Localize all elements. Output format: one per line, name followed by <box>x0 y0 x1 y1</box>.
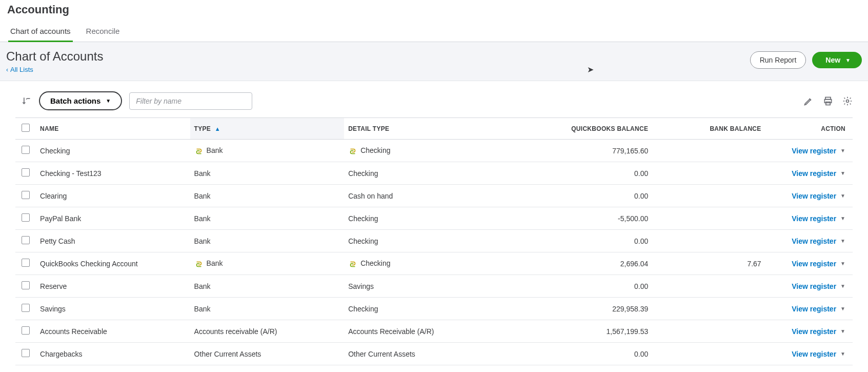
caret-down-icon[interactable]: ▼ <box>840 328 845 334</box>
linked-account-icon <box>194 261 204 268</box>
table-row: ReserveBankSavings0.00View register ▼ <box>15 275 853 298</box>
cell-name: Savings <box>36 298 190 320</box>
cell-bank-balance <box>652 162 765 185</box>
caret-down-icon[interactable]: ▼ <box>840 283 845 289</box>
caret-down-icon[interactable]: ▼ <box>840 238 845 244</box>
row-checkbox[interactable] <box>22 281 30 289</box>
view-register-action[interactable]: View register ▼ <box>792 260 845 268</box>
filter-by-name-input[interactable] <box>129 92 252 110</box>
tabs-bar: Chart of accounts Reconcile <box>0 22 868 42</box>
table-row: Checking - Test123BankChecking0.00View r… <box>15 162 853 185</box>
linked-account-icon <box>194 148 204 155</box>
row-checkbox[interactable] <box>22 146 30 154</box>
back-link-label: All Lists <box>10 66 33 73</box>
back-all-lists-link[interactable]: ‹ All Lists <box>6 66 103 73</box>
linked-account-icon <box>348 261 357 268</box>
row-checkbox[interactable] <box>22 191 30 199</box>
table-toolbar: Batch actions ▼ <box>0 81 868 118</box>
table-row: SavingsBankChecking229,958.39View regist… <box>15 298 853 320</box>
cell-bank-balance <box>652 275 765 298</box>
edit-pencil-icon[interactable] <box>803 96 814 106</box>
cell-type: Bank <box>190 252 345 275</box>
cell-name: QuickBooks Checking Account <box>36 252 190 275</box>
run-report-button[interactable]: Run Report <box>750 51 806 69</box>
table-row: QuickBooks Checking AccountBankChecking2… <box>15 252 853 275</box>
cell-qb-balance: 2,696.04 <box>498 252 653 275</box>
caret-down-icon[interactable]: ▼ <box>840 261 845 266</box>
subheader: Chart of Accounts ‹ All Lists Run Report… <box>0 42 868 81</box>
cell-qb-balance: 0.00 <box>498 185 653 207</box>
batch-actions-label: Batch actions <box>50 96 100 105</box>
table-row: Accounts ReceivableAccounts receivable (… <box>15 320 853 343</box>
cell-detail: Checking <box>344 162 498 185</box>
col-header-type[interactable]: TYPE ▲ <box>190 118 345 140</box>
view-register-action[interactable]: View register ▼ <box>792 350 845 358</box>
print-icon[interactable] <box>823 96 833 106</box>
view-register-action[interactable]: View register ▼ <box>792 169 845 178</box>
cell-bank-balance <box>652 185 765 207</box>
cell-type: Other Current Assets <box>190 343 345 365</box>
batch-actions-button[interactable]: Batch actions ▼ <box>39 91 122 110</box>
cell-type: Bank <box>190 162 345 185</box>
cell-qb-balance: 0.00 <box>498 343 653 365</box>
view-register-action[interactable]: View register ▼ <box>792 305 845 313</box>
col-header-qb-balance[interactable]: QUICKBOOKS BALANCE <box>498 118 653 140</box>
new-button[interactable]: New ▼ <box>812 52 862 68</box>
view-register-action[interactable]: View register ▼ <box>792 237 845 245</box>
caret-down-icon[interactable]: ▼ <box>840 351 845 357</box>
cell-qb-balance: 1,567,199.53 <box>498 320 653 343</box>
cell-type: Bank <box>190 275 345 298</box>
col-header-action: ACTION <box>765 118 853 140</box>
caret-down-icon: ▼ <box>106 98 111 104</box>
cell-detail: Other Current Assets <box>344 343 498 365</box>
caret-down-icon[interactable]: ▼ <box>840 306 845 311</box>
cell-type: Bank <box>190 230 345 252</box>
row-checkbox[interactable] <box>22 259 30 267</box>
cell-name: Checking - Test123 <box>36 162 190 185</box>
caret-down-icon: ▼ <box>845 57 851 63</box>
caret-down-icon[interactable]: ▼ <box>840 148 845 153</box>
subheader-title: Chart of Accounts <box>6 49 103 64</box>
cell-name: Checking <box>36 140 190 162</box>
view-register-action[interactable]: View register ▼ <box>792 192 845 200</box>
col-header-type-label: TYPE <box>194 125 211 132</box>
caret-down-icon[interactable]: ▼ <box>840 193 845 199</box>
cell-type: Bank <box>190 140 345 162</box>
cell-bank-balance <box>652 230 765 252</box>
view-register-action[interactable]: View register ▼ <box>792 147 845 155</box>
cell-name: Petty Cash <box>36 230 190 252</box>
accounts-table: NAME TYPE ▲ DETAIL TYPE QUICKBOOKS BALAN… <box>15 118 853 365</box>
table-row: CheckingBankChecking779,165.60View regis… <box>15 140 853 162</box>
collapse-sort-icon[interactable] <box>21 95 32 107</box>
cell-detail: Checking <box>344 252 498 275</box>
cell-detail: Cash on hand <box>344 185 498 207</box>
col-header-bank-balance[interactable]: BANK BALANCE <box>652 118 765 140</box>
cell-name: Reserve <box>36 275 190 298</box>
view-register-action[interactable]: View register ▼ <box>792 327 845 336</box>
cell-bank-balance <box>652 298 765 320</box>
cell-type: Bank <box>190 298 345 320</box>
page-title: Accounting <box>0 0 868 22</box>
view-register-action[interactable]: View register ▼ <box>792 282 845 290</box>
cell-detail: Checking <box>344 207 498 230</box>
row-checkbox[interactable] <box>22 213 30 222</box>
view-register-action[interactable]: View register ▼ <box>792 214 845 223</box>
caret-down-icon[interactable]: ▼ <box>840 170 845 176</box>
caret-down-icon[interactable]: ▼ <box>840 216 845 221</box>
select-all-checkbox[interactable] <box>22 124 30 132</box>
row-checkbox[interactable] <box>22 236 30 244</box>
cell-bank-balance <box>652 140 765 162</box>
table-row: Petty CashBankChecking0.00View register … <box>15 230 853 252</box>
tab-reconcile[interactable]: Reconcile <box>86 22 120 42</box>
tab-chart-of-accounts[interactable]: Chart of accounts <box>10 22 71 42</box>
cell-qb-balance: 0.00 <box>498 230 653 252</box>
col-header-name[interactable]: NAME <box>36 118 190 140</box>
col-header-detail[interactable]: DETAIL TYPE <box>344 118 498 140</box>
row-checkbox[interactable] <box>22 326 30 335</box>
row-checkbox[interactable] <box>22 304 30 312</box>
gear-icon[interactable] <box>842 96 853 106</box>
row-checkbox[interactable] <box>22 349 30 357</box>
row-checkbox[interactable] <box>22 168 30 177</box>
cell-name: Chargebacks <box>36 343 190 365</box>
cell-type: Accounts receivable (A/R) <box>190 320 345 343</box>
